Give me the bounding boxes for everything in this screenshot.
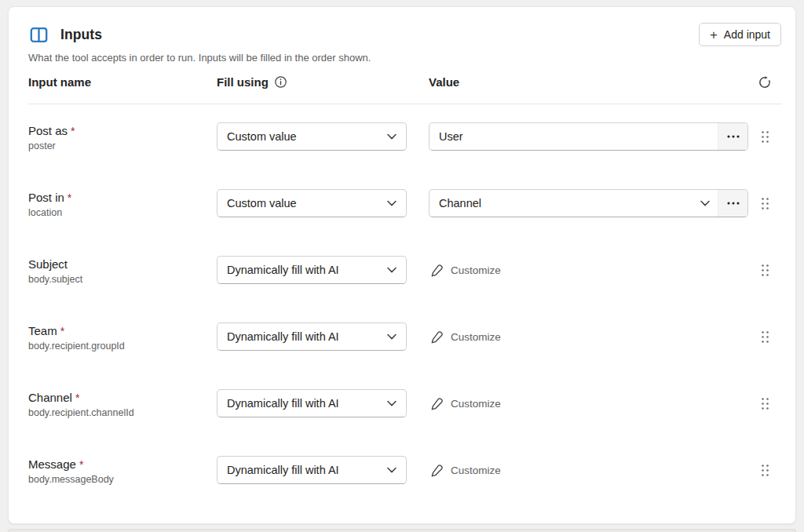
chevron-down-icon: [387, 333, 397, 340]
chevron-down-icon: [387, 467, 397, 473]
drag-dots-icon: [761, 330, 769, 344]
required-marker: *: [71, 125, 75, 137]
input-key: location: [28, 207, 217, 218]
input-key: body.messageBody: [28, 474, 217, 485]
panel-header: Inputs + Add input: [28, 23, 781, 46]
refresh-icon: [758, 75, 772, 89]
more-options-button[interactable]: [718, 123, 747, 150]
column-value: Value: [429, 75, 748, 89]
add-input-label: Add input: [724, 28, 770, 41]
pencil-icon: [430, 464, 444, 477]
input-name: Post as*: [28, 124, 217, 137]
input-name: Subject: [28, 257, 217, 271]
fill-using-selected: Dynamically fill with AI: [227, 330, 339, 343]
drag-handle[interactable]: [759, 329, 771, 345]
input-name-cell: Post in* location: [28, 189, 217, 218]
input-row-message: Message* body.messageBody Dynamically fi…: [28, 456, 781, 523]
required-marker: *: [75, 392, 79, 404]
fill-using-dropdown[interactable]: Custom value: [217, 122, 407, 151]
chevron-down-icon: [387, 267, 397, 273]
fill-using-dropdown[interactable]: Dynamically fill with AI: [217, 456, 407, 484]
drag-dots-icon: [761, 197, 769, 210]
customize-button[interactable]: Customize: [429, 389, 502, 417]
value-input[interactable]: [439, 130, 718, 143]
chevron-down-icon: [696, 200, 718, 206]
chevron-down-icon: [387, 400, 397, 406]
fill-using-dropdown[interactable]: Dynamically fill with AI: [217, 389, 407, 417]
input-key: body.recipient.groupId: [28, 341, 217, 352]
drag-handle[interactable]: [759, 195, 771, 212]
drag-handle[interactable]: [759, 462, 771, 479]
input-name-cell: Team* body.recipient.groupId: [28, 322, 217, 352]
next-card-edge: [8, 529, 796, 532]
fill-using-dropdown[interactable]: Dynamically fill with AI: [217, 256, 407, 284]
input-key: body.subject: [28, 274, 217, 285]
customize-label: Customize: [451, 398, 501, 410]
required-marker: *: [68, 191, 71, 204]
required-marker: *: [60, 325, 64, 337]
inputs-icon: [28, 24, 49, 46]
input-name-cell: Channel* body.recipient.channelId: [28, 389, 217, 418]
customize-button[interactable]: Customize: [429, 456, 502, 484]
fill-using-selected: Custom value: [227, 130, 297, 143]
fill-using-selected: Dynamically fill with AI: [227, 464, 339, 476]
value-selected: Channel: [439, 197, 696, 210]
customize-label: Customize: [451, 264, 501, 276]
more-options-button[interactable]: [718, 190, 747, 217]
chevron-down-icon: [387, 133, 397, 140]
input-row-post-as: Post as* poster Custom value: [28, 122, 781, 189]
drag-dots-icon: [761, 464, 769, 477]
fill-using-selected: Dynamically fill with AI: [227, 397, 339, 410]
input-name-cell: Post as* poster: [28, 122, 217, 151]
pencil-icon: [430, 397, 444, 410]
fill-using-selected: Dynamically fill with AI: [227, 264, 339, 276]
info-icon[interactable]: [274, 75, 287, 89]
more-options-icon: [727, 135, 740, 138]
customize-label: Customize: [451, 465, 501, 476]
customize-button[interactable]: Customize: [429, 256, 502, 284]
input-name: Channel*: [28, 391, 217, 404]
table-header: Input name Fill using Value: [28, 74, 781, 90]
input-name-cell: Subject body.subject: [28, 256, 217, 285]
chevron-down-icon: [387, 200, 397, 206]
input-row-subject: Subject body.subject Dynamically fill wi…: [28, 256, 781, 322]
required-marker: *: [79, 458, 83, 471]
value-combobox[interactable]: Channel: [429, 189, 748, 217]
refresh-button[interactable]: [756, 74, 773, 91]
add-input-button[interactable]: + Add input: [699, 23, 781, 46]
input-key: body.recipient.channelId: [28, 407, 217, 418]
input-name: Post in*: [28, 191, 217, 204]
drag-handle[interactable]: [759, 262, 771, 279]
fill-using-dropdown[interactable]: Custom value: [217, 189, 407, 217]
input-rows: Post as* poster Custom value: [28, 104, 781, 523]
input-name: Message*: [28, 457, 217, 471]
value-input-wrapper: [429, 122, 748, 151]
inputs-panel: Inputs + Add input What the tool accepts…: [8, 6, 796, 524]
drag-handle[interactable]: [759, 395, 771, 412]
input-name: Team*: [28, 324, 217, 337]
plus-icon: +: [710, 28, 718, 42]
column-input-name: Input name: [28, 75, 217, 89]
customize-button[interactable]: Customize: [429, 322, 502, 351]
pencil-icon: [430, 330, 444, 344]
drag-dots-icon: [761, 397, 769, 410]
input-row-post-in: Post in* location Custom value Channel: [28, 189, 781, 256]
drag-dots-icon: [761, 264, 769, 277]
more-options-icon: [727, 202, 740, 205]
input-name-cell: Message* body.messageBody: [28, 456, 217, 485]
column-fill-using: Fill using: [217, 75, 429, 89]
customize-label: Customize: [451, 331, 501, 343]
page-title: Inputs: [60, 27, 102, 43]
fill-using-selected: Custom value: [227, 197, 297, 210]
input-row-channel: Channel* body.recipient.channelId Dynami…: [28, 389, 781, 456]
input-key: poster: [28, 140, 217, 151]
fill-using-label: Fill using: [217, 75, 269, 89]
drag-handle[interactable]: [759, 129, 771, 145]
pencil-icon: [430, 264, 444, 277]
input-row-team: Team* body.recipient.groupId Dynamically…: [28, 322, 781, 389]
drag-dots-icon: [761, 130, 769, 144]
fill-using-dropdown[interactable]: Dynamically fill with AI: [217, 322, 407, 351]
panel-subtitle: What the tool accepts in order to run. I…: [28, 52, 781, 64]
